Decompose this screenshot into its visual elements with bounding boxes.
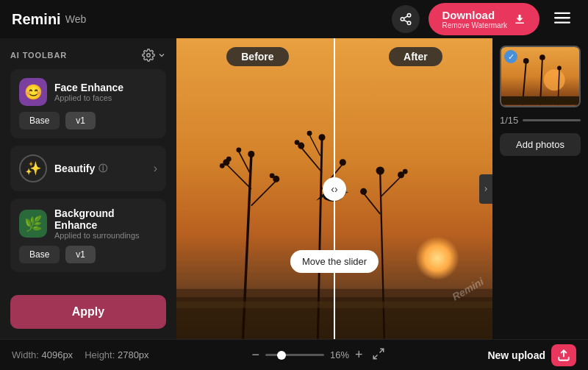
- menu-button[interactable]: [548, 7, 576, 32]
- svg-point-49: [523, 58, 529, 64]
- info-icon: ⓘ: [98, 163, 107, 175]
- zoom-controls: − 16% +: [251, 347, 362, 363]
- svg-point-31: [319, 135, 326, 141]
- face-enhance-base-button[interactable]: Base: [19, 112, 60, 129]
- svg-rect-53: [501, 96, 579, 105]
- face-enhance-info: Face Enhance Applied to faces: [54, 82, 123, 102]
- download-sub-label: Remove Watermark: [442, 21, 507, 29]
- zoom-slider-thumb: [277, 351, 286, 360]
- svg-point-20: [270, 174, 275, 179]
- logo-sub: Web: [65, 13, 87, 25]
- svg-line-14: [251, 181, 276, 206]
- background-enhance-buttons: Base v1: [19, 246, 157, 263]
- beautify-card[interactable]: ✨ Beautify ⓘ ›: [10, 146, 166, 191]
- download-btn-text: Download Remove Watermark: [442, 9, 507, 29]
- svg-line-54: [379, 349, 383, 352]
- settings-button[interactable]: [142, 49, 166, 62]
- beautify-label: Beautify ⓘ: [54, 163, 107, 175]
- background-enhance-info: Background Enhance Applied to surroundin…: [54, 207, 157, 240]
- chevron-right-icon: [482, 185, 490, 193]
- new-upload-section: New upload: [487, 344, 576, 366]
- face-enhance-card: 😊 Face Enhance Applied to faces Base v1: [10, 69, 166, 138]
- face-enhance-subtitle: Applied to faces: [54, 93, 123, 102]
- face-enhance-title: Face Enhance: [54, 82, 123, 93]
- zoom-level: 16%: [330, 349, 349, 360]
- background-enhance-subtitle: Applied to surroundings: [54, 231, 157, 240]
- svg-marker-41: [345, 192, 349, 193]
- ai-toolbar-label: AI TOOLBAR: [10, 51, 67, 60]
- svg-rect-8: [554, 21, 570, 23]
- compare-handle[interactable]: ‹›: [323, 177, 346, 201]
- width-info: Width: 4096px: [12, 349, 73, 360]
- svg-point-17: [220, 163, 225, 168]
- main-area: AI TOOLBAR 😊 Face Enhance Applied to fac…: [0, 38, 588, 339]
- svg-point-0: [408, 14, 412, 18]
- sidebar-header: AI TOOLBAR: [10, 49, 166, 62]
- zoom-slider[interactable]: [265, 354, 324, 356]
- svg-line-3: [404, 20, 408, 22]
- height-value: 2780px: [118, 349, 149, 360]
- svg-line-4: [404, 16, 408, 18]
- share-icon: [399, 13, 412, 26]
- background-enhance-title: Background Enhance: [54, 207, 157, 231]
- apply-button[interactable]: Apply: [10, 295, 166, 329]
- svg-line-15: [239, 152, 250, 172]
- right-panel: ✓ 1/15 Add photos: [492, 38, 588, 339]
- height-info: Height: 2780px: [85, 349, 148, 360]
- image-canvas: ‹› Move the slider Remini: [176, 38, 492, 339]
- svg-point-52: [557, 66, 562, 71]
- svg-point-1: [401, 18, 405, 21]
- add-photos-button[interactable]: Add photos: [500, 133, 581, 156]
- photo-count-text: 1/15: [500, 115, 518, 126]
- share-button[interactable]: [392, 5, 420, 33]
- zoom-in-button[interactable]: +: [355, 347, 363, 363]
- thumbnail-check-icon: ✓: [504, 50, 517, 63]
- new-upload-button[interactable]: [551, 344, 576, 366]
- gear-icon: [142, 49, 155, 62]
- face-enhance-buttons: Base v1: [19, 112, 157, 129]
- svg-line-55: [373, 355, 377, 358]
- collapse-panel-button[interactable]: [479, 174, 492, 204]
- face-enhance-header: 😊 Face Enhance Applied to faces: [19, 78, 157, 106]
- logo-main: Remini: [12, 11, 61, 28]
- background-enhance-base-button[interactable]: Base: [19, 246, 60, 263]
- svg-point-21: [236, 148, 241, 153]
- svg-line-33: [380, 177, 401, 197]
- chevron-down-icon: [157, 51, 166, 60]
- count-progress-bar: [523, 119, 581, 121]
- beautify-icon: ✨: [19, 154, 47, 182]
- chevron-right-icon: ›: [154, 162, 157, 175]
- download-label: Download: [442, 9, 495, 21]
- svg-point-22: [248, 151, 254, 157]
- width-label: Width:: [12, 349, 39, 360]
- zoom-out-button[interactable]: −: [251, 347, 259, 363]
- face-enhance-v1-button[interactable]: v1: [65, 112, 96, 129]
- svg-rect-5: [515, 23, 524, 24]
- thumbnail[interactable]: ✓: [500, 46, 581, 107]
- svg-point-9: [147, 54, 151, 57]
- svg-point-36: [403, 169, 408, 174]
- background-enhance-icon: 🌿: [19, 210, 47, 238]
- download-icon: [513, 13, 526, 26]
- sidebar: AI TOOLBAR 😊 Face Enhance Applied to fac…: [0, 38, 176, 339]
- sun-element: [415, 236, 459, 280]
- svg-point-18: [226, 157, 232, 162]
- svg-point-30: [307, 131, 312, 136]
- svg-rect-6: [554, 12, 570, 13]
- fullscreen-button[interactable]: [372, 347, 385, 363]
- svg-point-46: [544, 69, 565, 90]
- background-enhance-v1-button[interactable]: v1: [65, 246, 96, 263]
- svg-point-28: [295, 140, 300, 146]
- header: Remini Web Download Remove Watermark: [0, 0, 588, 38]
- height-label: Height:: [85, 349, 115, 360]
- svg-point-37: [360, 188, 367, 195]
- download-button[interactable]: Download Remove Watermark: [429, 3, 539, 35]
- bottom-bar: Width: 4096px Height: 2780px − 16% + New…: [0, 339, 588, 370]
- face-enhance-icon: 😊: [19, 78, 47, 106]
- image-area: Before After: [176, 38, 492, 339]
- svg-line-34: [364, 193, 381, 214]
- fullscreen-icon: [372, 347, 385, 360]
- move-slider-tooltip: Move the slider: [290, 250, 379, 273]
- svg-line-24: [301, 148, 322, 173]
- logo-area: Remini Web: [12, 11, 86, 28]
